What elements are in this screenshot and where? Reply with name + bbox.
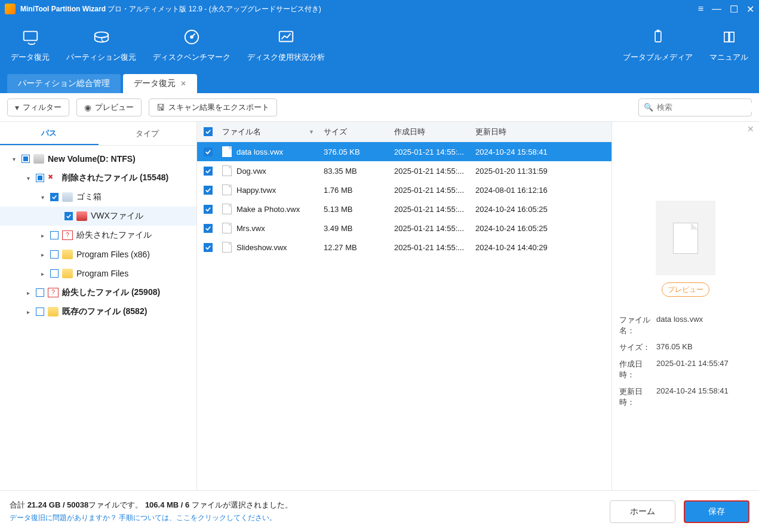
hamburger-icon[interactable]: ≡ [698,4,703,15]
select-all-checkbox[interactable] [204,127,213,136]
maximize-button[interactable]: ☐ [730,4,738,15]
file-icon [222,242,232,253]
button-label: プレビュー [95,102,134,113]
toolbar-label: データ復元 [11,52,50,63]
chevron-icon[interactable]: ▾ [10,156,18,162]
tree-item[interactable]: ▾✖削除されたファイル (15548) [0,168,196,187]
q-icon: ? [62,230,73,240]
folder-icon [62,250,73,259]
tree-checkbox[interactable] [50,231,59,239]
export-button[interactable]: 🖫 スキャン結果をエクスポート [149,99,277,116]
tree-checkbox[interactable] [50,250,59,259]
tabbar: パーティション総合管理 データ復元 ✕ [0,72,759,93]
tree-item[interactable]: ▸Program Files [0,264,196,283]
svg-point-1 [94,32,108,38]
svg-rect-6 [655,31,661,42]
row-checkbox[interactable] [204,167,213,176]
tree-item[interactable]: ▸?紛失したファイル (25908) [0,283,196,302]
q-icon: ? [48,288,59,297]
close-button[interactable]: ✕ [746,4,754,15]
file-modified: 2024-10-24 15:58:41 [472,147,611,156]
toolbar-label: ブータブルメディア [623,52,693,63]
toolbar-label: パーティション復元 [66,52,136,63]
bootable-media-icon [648,27,668,47]
folder-icon [48,307,59,316]
chevron-icon[interactable]: ▾ [38,194,47,201]
app-logo-icon [5,4,16,14]
preview-button[interactable]: ◉ プレビュー [76,99,142,116]
chevron-icon[interactable]: ▸ [38,232,47,239]
info-label-created: 作成日時： [619,359,656,380]
folder-icon [62,269,73,278]
preview-close-icon[interactable]: ✕ [747,124,754,134]
export-icon: 🖫 [156,103,165,112]
tree-item[interactable]: ▾ゴミ箱 [0,187,196,207]
tree-item[interactable]: VWXファイル [0,207,196,226]
chevron-icon[interactable]: ▸ [38,270,47,277]
file-created: 2025-01-21 14:55:... [391,167,472,176]
tree-label: 削除されたファイル (15548) [62,173,168,183]
tree-checkbox[interactable] [64,212,73,220]
file-row[interactable]: Make a Photo.vwx5.13 MB2025-01-21 14:55:… [197,199,611,219]
lefttab-type[interactable]: タイプ [99,122,197,145]
search-box[interactable]: 🔍 [638,99,752,116]
tree-item[interactable]: ▾New Volume(D: NTFS) [0,149,196,168]
row-checkbox[interactable] [204,243,213,252]
minimize-button[interactable]: — [712,4,721,15]
footer-help-link[interactable]: データ復旧に問題がありますか？ 手順については、ここをクリックしてください。 [10,513,293,523]
chevron-icon[interactable]: ▾ [24,175,32,182]
tree-checkbox[interactable] [50,269,59,278]
toolbar-partition-recovery[interactable]: パーティション復元 [58,27,145,63]
tab-close-icon[interactable]: ✕ [180,79,186,88]
tab-data-recovery[interactable]: データ復元 ✕ [123,74,197,93]
toolbar-disk-benchmark[interactable]: ディスクベンチマーク [145,27,239,63]
file-created: 2025-01-21 14:55:... [391,243,472,252]
tree-checkbox[interactable] [36,288,44,297]
chevron-icon[interactable]: ▸ [24,290,32,296]
file-row[interactable]: Slideshow.vwx12.27 MB2025-01-21 14:55:..… [197,238,611,257]
row-checkbox[interactable] [204,147,213,156]
tree-checkbox[interactable] [36,174,44,182]
col-header-name[interactable]: ファイル名▼ [219,127,320,137]
preview-open-button[interactable]: プレビュー [662,282,709,297]
home-button[interactable]: ホーム [610,500,675,523]
file-name: Happy.tvwx [236,186,276,195]
row-checkbox[interactable] [204,186,213,195]
tree-label: 紛失したファイル (25908) [62,287,160,298]
toolbar-disk-usage[interactable]: ディスク使用状況分析 [239,27,333,63]
file-list-pane: ファイル名▼ サイズ 作成日時 更新日時 data loss.vwx376.05… [197,122,612,490]
folder-tree[interactable]: ▾New Volume(D: NTFS)▾✖削除されたファイル (15548)▾… [0,146,196,490]
file-row[interactable]: data loss.vwx376.05 KB2025-01-21 14:55:.… [197,142,611,161]
tree-checkbox[interactable] [36,307,44,316]
tree-item[interactable]: ▸Program Files (x86) [0,245,196,264]
svg-rect-7 [656,30,659,32]
chevron-icon[interactable]: ▸ [38,251,47,258]
row-checkbox[interactable] [204,224,213,233]
tab-partition-management[interactable]: パーティション総合管理 [7,74,121,93]
search-icon: 🔍 [644,103,653,112]
row-checkbox[interactable] [204,205,213,214]
lefttab-path[interactable]: パス [0,122,99,145]
grid-body[interactable]: data loss.vwx376.05 KB2025-01-21 14:55:.… [197,142,611,490]
toolbar-data-recovery[interactable]: データ復元 [2,27,58,63]
col-header-created[interactable]: 作成日時 [391,127,472,137]
tree-item[interactable]: ▸?紛失されたファイル [0,226,196,245]
search-input[interactable] [657,103,757,112]
col-header-modified[interactable]: 更新日時 [472,127,611,137]
tree-item[interactable]: ▸既存のファイル (8582) [0,302,196,321]
save-button[interactable]: 保存 [684,500,749,523]
toolbar-bootable-media[interactable]: ブータブルメディア [614,27,701,63]
file-modified: 2025-01-20 11:31:59 [472,167,611,176]
tree-checkbox[interactable] [21,155,30,163]
file-created: 2025-01-21 14:55:... [391,186,472,195]
filter-button[interactable]: ▾ フィルター [7,99,69,116]
file-icon [222,223,232,233]
toolbar-manual[interactable]: マニュアル [701,27,757,63]
file-row[interactable]: Dog.vwx83.35 MB2025-01-21 14:55:...2025-… [197,161,611,180]
file-row[interactable]: Happy.tvwx1.76 MB2025-01-21 14:55:...202… [197,180,611,199]
file-size: 376.05 KB [320,147,391,156]
tree-checkbox[interactable] [50,193,59,201]
col-header-size[interactable]: サイズ [320,127,391,137]
file-row[interactable]: Mrs.vwx3.49 MB2025-01-21 14:55:...2024-1… [197,219,611,238]
chevron-icon[interactable]: ▸ [24,309,32,315]
